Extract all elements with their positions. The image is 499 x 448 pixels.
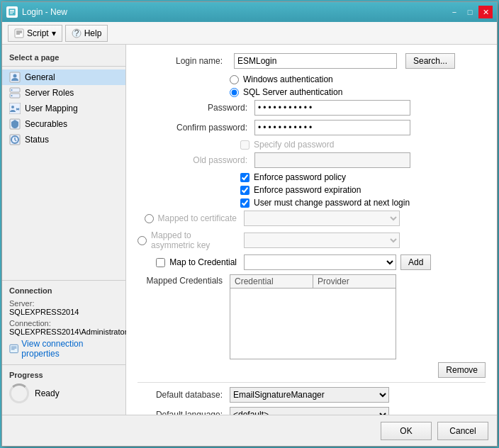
login-new-dialog: Login - New − □ ✕ Script ▾ ? Help Select… (1, 1, 498, 447)
windows-auth-label: Windows authentication (243, 74, 333, 84)
svg-rect-3 (10, 13, 13, 14)
remove-credential-button[interactable]: Remove (438, 362, 486, 378)
sidebar-label-status: Status (25, 135, 49, 145)
credentials-header: Credential Provider (230, 275, 396, 289)
mapped-asym-label: Mapped to asymmetric key (151, 230, 237, 250)
svg-rect-2 (10, 12, 14, 13)
enforce-expiration-label: Enforce password expiration (254, 185, 361, 195)
old-password-label: Old password: (152, 155, 254, 165)
windows-auth-radio[interactable] (230, 75, 239, 84)
enforce-policy-checkbox[interactable] (240, 173, 250, 182)
default-database-select[interactable]: EmailSignatureManager (230, 387, 389, 403)
section-divider (138, 382, 486, 383)
minimize-button[interactable]: − (447, 6, 461, 18)
sidebar-item-user-mapping[interactable]: User Mapping (2, 101, 125, 116)
specify-old-password-label: Specify old password (254, 140, 334, 150)
login-name-input[interactable] (234, 53, 397, 69)
mapped-credentials-row: Mapped Credentials Credential Provider R… (138, 274, 486, 378)
mapped-credentials-label: Mapped Credentials (138, 274, 230, 286)
progress-spinner (9, 383, 29, 403)
mapped-cert-label: Mapped to certificate (158, 213, 237, 223)
progress-content: Ready (9, 383, 118, 403)
windows-auth-row: Windows authentication (230, 74, 486, 84)
sidebar: Select a page General Server Roles User … (2, 45, 126, 415)
sql-auth-radio[interactable] (230, 88, 239, 97)
sidebar-label-general: General (25, 72, 55, 82)
default-language-select[interactable]: <default> (230, 407, 389, 415)
content-area: Select a page General Server Roles User … (2, 45, 497, 415)
mapped-cert-radio[interactable] (145, 214, 154, 223)
progress-section: Progress Ready (2, 364, 125, 409)
mapped-cert-row: Mapped to certificate (138, 211, 486, 226)
ok-button[interactable]: OK (381, 422, 432, 440)
mapped-credentials-section: Credential Provider Remove (230, 274, 486, 378)
dialog-icon (6, 6, 18, 18)
enforce-policy-label: Enforce password policy (254, 172, 346, 182)
server-roles-icon (9, 87, 21, 99)
specify-old-password-checkbox[interactable] (240, 140, 250, 150)
mapped-asym-radio[interactable] (138, 236, 147, 245)
sidebar-item-status[interactable]: Status (2, 132, 125, 147)
view-connection-properties-link[interactable]: View connection properties (9, 339, 118, 359)
svg-rect-18 (10, 345, 18, 352)
default-database-label: Default database: (138, 390, 230, 400)
sidebar-item-server-roles[interactable]: Server Roles (2, 85, 125, 101)
map-credential-label: Map to Credential (169, 257, 237, 267)
script-dropdown-icon: ▾ (52, 28, 56, 38)
sidebar-item-securables[interactable]: Securables (2, 116, 125, 132)
svg-text:?: ? (74, 28, 79, 38)
connection-title: Connection (9, 286, 118, 295)
svg-point-8 (13, 74, 17, 78)
must-change-checkbox[interactable] (240, 198, 250, 208)
search-button[interactable]: Search... (405, 53, 455, 69)
connection-value: SQLEXPRESS2014\Administrator (9, 327, 118, 336)
sidebar-item-general[interactable]: General (2, 69, 125, 85)
map-credential-select[interactable] (244, 254, 396, 270)
specify-old-password-row: Specify old password (240, 140, 486, 150)
mapped-asym-row: Mapped to asymmetric key (138, 230, 486, 250)
old-password-input[interactable] (254, 152, 410, 168)
sql-auth-label: SQL Server authentication (243, 87, 342, 97)
sidebar-section-title: Select a page (2, 50, 125, 67)
script-icon (14, 28, 24, 38)
credential-col-header: Credential (230, 275, 313, 288)
general-icon (9, 72, 21, 83)
provider-col-header: Provider (313, 275, 396, 288)
password-label: Password: (152, 103, 254, 113)
script-button[interactable]: Script ▾ (8, 25, 62, 42)
dialog-title: Login - New (22, 7, 67, 17)
bottom-bar: OK Cancel (2, 415, 497, 446)
cancel-button[interactable]: Cancel (437, 422, 488, 440)
securables-icon (9, 118, 21, 130)
mapped-cert-select[interactable] (244, 211, 400, 226)
enforce-expiration-checkbox[interactable] (240, 186, 250, 195)
close-button[interactable]: ✕ (478, 6, 493, 18)
confirm-password-input[interactable] (254, 120, 410, 135)
title-bar-left: Login - New (6, 6, 67, 18)
progress-status: Ready (35, 388, 60, 398)
help-icon: ? (72, 28, 82, 38)
mapped-asym-select[interactable] (244, 233, 400, 248)
server-label: Server: (9, 299, 118, 308)
svg-point-14 (11, 106, 14, 108)
title-bar: Login - New − □ ✕ (2, 2, 497, 22)
login-name-row: Login name: Search... (138, 53, 486, 69)
map-credential-checkbox[interactable] (156, 258, 165, 267)
sql-auth-row: SQL Server authentication (230, 87, 486, 97)
connection-properties-icon (9, 344, 18, 354)
sidebar-label-server-roles: Server Roles (25, 88, 74, 98)
map-credential-row: Map to Credential Add (138, 254, 486, 270)
connection-section: Connection Server: SQLEXPRESS2014 Connec… (2, 280, 125, 364)
default-database-row: Default database: EmailSignatureManager (138, 387, 486, 403)
confirm-password-label: Confirm password: (152, 123, 254, 133)
sidebar-label-user-mapping: User Mapping (25, 103, 78, 113)
connection-label: Connection: (9, 319, 118, 327)
must-change-row: User must change password at next login (240, 198, 486, 208)
title-bar-buttons: − □ ✕ (447, 6, 493, 18)
help-button[interactable]: ? Help (65, 25, 108, 42)
password-input[interactable] (254, 100, 410, 116)
enforce-policy-row: Enforce password policy (240, 172, 486, 182)
add-credential-button[interactable]: Add (400, 254, 431, 270)
maximize-button[interactable]: □ (463, 6, 477, 18)
progress-title: Progress (9, 371, 118, 379)
